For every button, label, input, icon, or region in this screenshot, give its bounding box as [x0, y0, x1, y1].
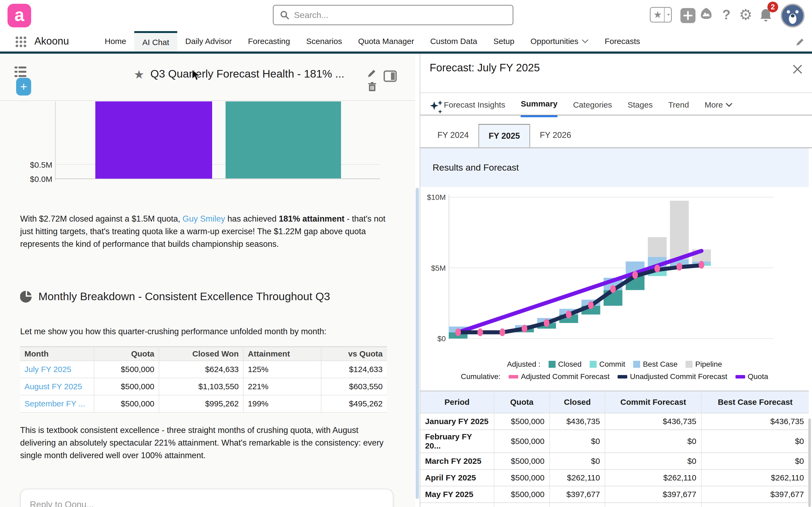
value-cell: $500,000 — [494, 413, 550, 430]
nav-tab-forecasts[interactable]: Forecasts — [597, 31, 648, 52]
bar-segment-pipeline — [648, 237, 667, 257]
legend-adjusted-row: Adjusted :ClosedCommitBest CasePipeline — [507, 360, 722, 369]
new-chat-button[interactable]: + — [16, 78, 31, 96]
results-and-forecast-banner: Results and Forecast — [420, 148, 809, 187]
value-cell: $262,110 — [605, 469, 701, 486]
delete-chat-trash-icon[interactable] — [368, 82, 376, 92]
app-window: a ★ ? ⚙ — [0, 0, 812, 507]
value-cell: $1,103,550 — [159, 378, 243, 395]
setup-gear-icon[interactable]: ⚙ — [739, 6, 752, 23]
legend-group-label: Cumulative: — [461, 372, 501, 381]
reply-composer[interactable]: Reply to Oonu... Deep Dive Include Visua… — [20, 489, 393, 507]
y-axis-line — [55, 101, 56, 180]
y-axis-tick: $0 — [438, 335, 446, 343]
legend-item-adjusted-commit-forecast: Adjusted Commit Forecast — [509, 372, 610, 381]
nav-tab-label: Scenarios — [306, 37, 342, 46]
reply-input[interactable]: Reply to Oonu... — [30, 500, 94, 507]
chat-favorite-star-icon[interactable]: ★ — [134, 68, 144, 81]
column-header-vs-quota: vs Quota — [321, 347, 387, 361]
search-input[interactable] — [294, 10, 498, 20]
nav-tab-label: Forecasts — [605, 37, 640, 46]
period-cell: May FY 2025 — [420, 486, 494, 503]
value-cell: $0 — [701, 453, 809, 469]
nav-tab-ai-chat[interactable]: AI Chat — [134, 31, 177, 52]
help-icon[interactable]: ? — [722, 7, 731, 22]
user-avatar[interactable] — [780, 3, 805, 28]
conversation-list-icon[interactable] — [14, 65, 27, 78]
legend-label: Commit — [599, 360, 625, 369]
legend-label: Closed — [558, 360, 581, 369]
table-row: February FY 20...$500,000$0$0$0 — [420, 430, 809, 453]
nav-tab-setup[interactable]: Setup — [485, 31, 522, 52]
monthly-breakdown-heading: Monthly Breakdown - Consistent Excellenc… — [20, 290, 330, 303]
bar-segment-pipeline — [670, 201, 689, 260]
legend-swatch — [735, 375, 745, 379]
nav-tab-forecasting[interactable]: Forecasting — [240, 31, 298, 52]
legend-swatch — [686, 361, 693, 368]
favorites-caret-icon — [666, 12, 671, 17]
tab-more[interactable]: More — [705, 99, 732, 117]
results-forecast-chart[interactable]: $0$5M$10M — [420, 188, 812, 361]
forecast-scrollbar-thumb[interactable] — [808, 418, 811, 507]
chat-scrollbar-thumb[interactable] — [416, 188, 419, 499]
nav-tab-list: HomeAI ChatDaily AdvisorForecastingScena… — [97, 31, 648, 52]
create-new-button[interactable] — [680, 8, 696, 23]
table-row: March FY 2025$500,000$0$0$0 — [420, 453, 809, 469]
favorites-button[interactable]: ★ — [650, 7, 672, 22]
nav-tab-custom-data[interactable]: Custom Data — [422, 31, 485, 52]
nav-tab-quota-manager[interactable]: Quota Manager — [350, 31, 422, 52]
value-cell: $500,000 — [94, 395, 159, 412]
period-link[interactable]: August FY 2025 — [20, 378, 94, 395]
tab-stages[interactable]: Stages — [627, 99, 653, 117]
edit-nav-pencil-icon[interactable] — [795, 38, 805, 47]
tab-label: Trend — [668, 100, 689, 109]
value-cell: $0 — [605, 453, 701, 469]
legend-swatch — [633, 361, 640, 368]
nav-tab-label: Opportunities — [530, 37, 578, 46]
y-tick-00m: $0.0M — [23, 175, 52, 184]
tab-categories[interactable]: Categories — [573, 99, 612, 117]
adjusted-commit-dot — [455, 328, 461, 336]
section-heading-text: Monthly Breakdown - Consistent Excellenc… — [38, 290, 330, 303]
legend-label: Pipeline — [695, 360, 722, 369]
value-cell: $500,000 — [494, 469, 550, 486]
column-header-commit-forecast: Commit Forecast — [605, 391, 701, 413]
legend-group-label: Adjusted : — [507, 360, 541, 369]
global-search[interactable] — [273, 5, 513, 25]
tab-forecast-insights[interactable]: Forecast Insights — [444, 99, 505, 117]
edit-title-pencil-icon[interactable] — [367, 69, 376, 78]
top-bar: a ★ ? ⚙ — [0, 0, 812, 31]
guy-smiley-link[interactable]: Guy Smiley — [183, 214, 225, 223]
nav-tab-scenarios[interactable]: Scenarios — [298, 31, 350, 52]
app-launcher-waffle-icon[interactable] — [15, 36, 27, 48]
toggle-side-panel-icon[interactable] — [384, 70, 397, 82]
value-cell: 221% — [243, 378, 321, 395]
fiscal-year-tab-list: FY 2024FY 2025FY 2026 — [428, 124, 581, 147]
year-tab-fy-2025[interactable]: FY 2025 — [478, 124, 530, 147]
column-header-closed-won: Closed Won — [159, 347, 243, 361]
table-intro-text: Let me show you how this quarter-crushin… — [20, 325, 388, 338]
table-row: May FY 2025$500,000$397,677$397,677$397,… — [420, 486, 809, 503]
nav-tab-opportunities[interactable]: Opportunities — [522, 31, 597, 52]
nav-tab-daily-advisor[interactable]: Daily Advisor — [177, 31, 240, 52]
value-cell: $0 — [550, 430, 605, 453]
period-cell: June FY 2025 — [420, 503, 494, 507]
value-cell: $262,110 — [550, 469, 605, 486]
close-panel-icon[interactable] — [792, 64, 803, 74]
closed-won-bar[interactable] — [95, 101, 212, 179]
sparkles-icon — [428, 100, 443, 115]
trailhead-icon[interactable] — [699, 7, 713, 21]
tab-trend[interactable]: Trend — [668, 99, 689, 117]
plus-icon — [683, 11, 693, 20]
value-cell: $397,677 — [550, 486, 605, 503]
brand-divider-bar — [0, 52, 812, 54]
period-link[interactable]: September FY ... — [20, 395, 94, 412]
year-tab-fy-2024[interactable]: FY 2024 — [428, 124, 478, 147]
pie-chart-icon — [20, 290, 33, 303]
forecast-summary-table: PeriodQuotaClosedCommit ForecastBest Cas… — [420, 391, 809, 507]
tab-summary[interactable]: Summary — [521, 99, 557, 117]
year-tab-fy-2026[interactable]: FY 2026 — [530, 124, 581, 147]
period-link[interactable]: July FY 2025 — [20, 361, 94, 378]
nav-tab-home[interactable]: Home — [97, 31, 134, 52]
quota-bar[interactable] — [225, 101, 341, 178]
